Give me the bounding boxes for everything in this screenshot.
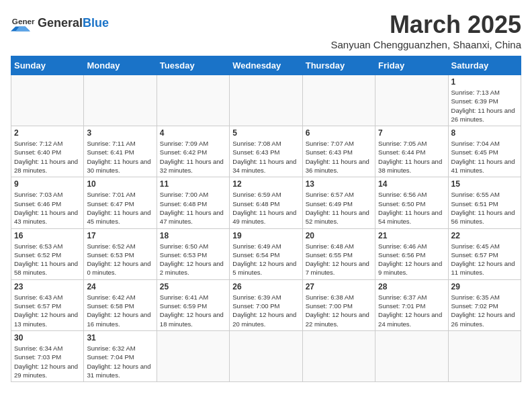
day-info: Sunrise: 7:09 AM Sunset: 6:42 PM Dayligh… xyxy=(160,139,226,175)
day-info: Sunrise: 6:43 AM Sunset: 6:57 PM Dayligh… xyxy=(14,293,81,328)
day-cell xyxy=(302,330,375,381)
day-cell: 5Sunrise: 7:08 AM Sunset: 6:43 PM Daylig… xyxy=(230,126,302,177)
day-number: 31 xyxy=(87,333,153,342)
day-info: Sunrise: 6:55 AM Sunset: 6:51 PM Dayligh… xyxy=(451,190,518,226)
day-cell: 13Sunrise: 6:57 AM Sunset: 6:49 PM Dayli… xyxy=(302,177,375,228)
day-cell: 2Sunrise: 7:12 AM Sunset: 6:40 PM Daylig… xyxy=(11,126,84,177)
week-row-5: 23Sunrise: 6:43 AM Sunset: 6:57 PM Dayli… xyxy=(11,279,521,330)
day-info: Sunrise: 7:04 AM Sunset: 6:45 PM Dayligh… xyxy=(451,139,518,175)
day-info: Sunrise: 7:11 AM Sunset: 6:41 PM Dayligh… xyxy=(87,139,153,175)
day-cell xyxy=(157,75,229,126)
day-info: Sunrise: 7:03 AM Sunset: 6:46 PM Dayligh… xyxy=(14,190,81,226)
day-info: Sunrise: 6:45 AM Sunset: 6:57 PM Dayligh… xyxy=(451,242,518,277)
day-cell: 11Sunrise: 7:00 AM Sunset: 6:48 PM Dayli… xyxy=(157,177,229,228)
day-cell xyxy=(375,330,448,381)
day-cell: 29Sunrise: 6:35 AM Sunset: 7:02 PM Dayli… xyxy=(448,279,521,330)
day-cell xyxy=(230,75,302,126)
day-cell: 18Sunrise: 6:50 AM Sunset: 6:53 PM Dayli… xyxy=(157,228,229,279)
day-cell: 8Sunrise: 7:04 AM Sunset: 6:45 PM Daylig… xyxy=(448,126,521,177)
day-info: Sunrise: 7:13 AM Sunset: 6:39 PM Dayligh… xyxy=(451,88,518,124)
logo-text: GeneralBlue xyxy=(38,17,109,29)
day-cell: 1Sunrise: 7:13 AM Sunset: 6:39 PM Daylig… xyxy=(448,75,521,126)
day-number: 13 xyxy=(306,179,372,189)
day-cell: 3Sunrise: 7:11 AM Sunset: 6:41 PM Daylig… xyxy=(84,126,157,177)
weekday-header-saturday: Saturday xyxy=(448,56,521,75)
day-cell xyxy=(84,75,157,126)
day-number: 10 xyxy=(87,179,153,189)
day-info: Sunrise: 6:57 AM Sunset: 6:49 PM Dayligh… xyxy=(306,190,372,226)
day-info: Sunrise: 6:53 AM Sunset: 6:52 PM Dayligh… xyxy=(14,242,81,277)
day-info: Sunrise: 6:50 AM Sunset: 6:53 PM Dayligh… xyxy=(160,242,226,277)
title-block: March 2025 Sanyuan Chengguanzhen, Shaanx… xyxy=(330,11,521,50)
day-info: Sunrise: 6:52 AM Sunset: 6:53 PM Dayligh… xyxy=(87,242,153,277)
day-info: Sunrise: 6:49 AM Sunset: 6:54 PM Dayligh… xyxy=(232,242,299,277)
day-number: 26 xyxy=(232,282,299,291)
week-row-2: 2Sunrise: 7:12 AM Sunset: 6:40 PM Daylig… xyxy=(11,126,521,177)
day-number: 23 xyxy=(14,282,81,291)
day-cell: 20Sunrise: 6:48 AM Sunset: 6:55 PM Dayli… xyxy=(302,228,375,279)
day-number: 7 xyxy=(378,128,445,138)
day-cell: 16Sunrise: 6:53 AM Sunset: 6:52 PM Dayli… xyxy=(11,228,84,279)
day-info: Sunrise: 6:42 AM Sunset: 6:58 PM Dayligh… xyxy=(87,293,153,328)
day-info: Sunrise: 6:34 AM Sunset: 7:03 PM Dayligh… xyxy=(14,344,81,379)
day-number: 29 xyxy=(451,282,518,291)
weekday-header-row: SundayMondayTuesdayWednesdayThursdayFrid… xyxy=(11,56,521,75)
day-cell: 7Sunrise: 7:05 AM Sunset: 6:44 PM Daylig… xyxy=(375,126,448,177)
day-info: Sunrise: 6:41 AM Sunset: 6:59 PM Dayligh… xyxy=(160,293,226,328)
day-info: Sunrise: 7:05 AM Sunset: 6:44 PM Dayligh… xyxy=(378,139,445,175)
day-cell: 28Sunrise: 6:37 AM Sunset: 7:01 PM Dayli… xyxy=(375,279,448,330)
location-title: Sanyuan Chengguanzhen, Shaanxi, China xyxy=(330,39,521,50)
day-cell: 9Sunrise: 7:03 AM Sunset: 6:46 PM Daylig… xyxy=(11,177,84,228)
day-number: 6 xyxy=(306,128,372,138)
day-cell: 10Sunrise: 7:01 AM Sunset: 6:47 PM Dayli… xyxy=(84,177,157,228)
day-cell: 24Sunrise: 6:42 AM Sunset: 6:58 PM Dayli… xyxy=(84,279,157,330)
week-row-6: 30Sunrise: 6:34 AM Sunset: 7:03 PM Dayli… xyxy=(11,330,521,381)
logo-icon: General xyxy=(11,11,35,35)
day-info: Sunrise: 6:38 AM Sunset: 7:00 PM Dayligh… xyxy=(306,293,372,328)
day-number: 30 xyxy=(14,333,81,342)
day-info: Sunrise: 7:07 AM Sunset: 6:43 PM Dayligh… xyxy=(306,139,372,175)
day-cell: 17Sunrise: 6:52 AM Sunset: 6:53 PM Dayli… xyxy=(84,228,157,279)
day-number: 27 xyxy=(306,282,372,291)
day-number: 20 xyxy=(306,231,372,240)
day-cell: 26Sunrise: 6:39 AM Sunset: 7:00 PM Dayli… xyxy=(230,279,302,330)
week-row-4: 16Sunrise: 6:53 AM Sunset: 6:52 PM Dayli… xyxy=(11,228,521,279)
day-number: 28 xyxy=(378,282,445,291)
day-number: 3 xyxy=(87,128,153,138)
day-number: 11 xyxy=(160,179,226,189)
day-cell: 15Sunrise: 6:55 AM Sunset: 6:51 PM Dayli… xyxy=(448,177,521,228)
calendar: SundayMondayTuesdayWednesdayThursdayFrid… xyxy=(11,56,521,382)
day-cell: 14Sunrise: 6:56 AM Sunset: 6:50 PM Dayli… xyxy=(375,177,448,228)
day-number: 17 xyxy=(87,231,153,240)
day-number: 15 xyxy=(451,179,518,189)
day-number: 18 xyxy=(160,231,226,240)
weekday-header-monday: Monday xyxy=(84,56,157,75)
day-cell xyxy=(11,75,84,126)
day-number: 14 xyxy=(378,179,445,189)
day-info: Sunrise: 6:32 AM Sunset: 7:04 PM Dayligh… xyxy=(87,344,153,379)
day-info: Sunrise: 6:39 AM Sunset: 7:00 PM Dayligh… xyxy=(232,293,299,328)
day-number: 24 xyxy=(87,282,153,291)
day-cell: 6Sunrise: 7:07 AM Sunset: 6:43 PM Daylig… xyxy=(302,126,375,177)
day-number: 2 xyxy=(14,128,81,138)
day-number: 8 xyxy=(451,128,518,138)
day-cell: 22Sunrise: 6:45 AM Sunset: 6:57 PM Dayli… xyxy=(448,228,521,279)
day-cell: 31Sunrise: 6:32 AM Sunset: 7:04 PM Dayli… xyxy=(84,330,157,381)
day-info: Sunrise: 7:01 AM Sunset: 6:47 PM Dayligh… xyxy=(87,190,153,226)
day-cell: 25Sunrise: 6:41 AM Sunset: 6:59 PM Dayli… xyxy=(157,279,229,330)
weekday-header-thursday: Thursday xyxy=(302,56,375,75)
day-number: 16 xyxy=(14,231,81,240)
day-cell: 27Sunrise: 6:38 AM Sunset: 7:00 PM Dayli… xyxy=(302,279,375,330)
day-info: Sunrise: 7:12 AM Sunset: 6:40 PM Dayligh… xyxy=(14,139,81,175)
day-number: 4 xyxy=(160,128,226,138)
day-cell xyxy=(157,330,229,381)
day-number: 22 xyxy=(451,231,518,240)
day-info: Sunrise: 6:59 AM Sunset: 6:48 PM Dayligh… xyxy=(232,190,299,226)
day-cell xyxy=(230,330,302,381)
day-cell: 4Sunrise: 7:09 AM Sunset: 6:42 PM Daylig… xyxy=(157,126,229,177)
day-info: Sunrise: 6:56 AM Sunset: 6:50 PM Dayligh… xyxy=(378,190,445,226)
day-cell: 12Sunrise: 6:59 AM Sunset: 6:48 PM Dayli… xyxy=(230,177,302,228)
day-cell: 23Sunrise: 6:43 AM Sunset: 6:57 PM Dayli… xyxy=(11,279,84,330)
weekday-header-sunday: Sunday xyxy=(11,56,84,75)
day-number: 5 xyxy=(232,128,299,138)
